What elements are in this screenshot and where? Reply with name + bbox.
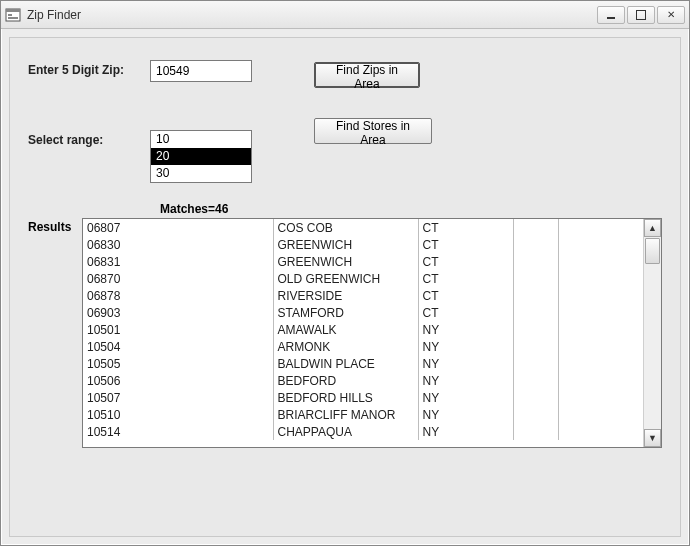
table-row[interactable]: 10507BEDFORD HILLSNY <box>83 389 643 406</box>
window: Zip Finder Enter 5 Digit Zip: Find Zips … <box>0 0 690 546</box>
table-cell <box>558 304 643 321</box>
table-row[interactable]: 06903STAMFORDCT <box>83 304 643 321</box>
table-cell: CT <box>418 304 513 321</box>
results-label: Results <box>28 220 71 234</box>
table-row[interactable]: 10514CHAPPAQUANY <box>83 423 643 440</box>
table-cell: 06831 <box>83 253 273 270</box>
range-option[interactable]: 30 <box>151 165 251 182</box>
window-title: Zip Finder <box>27 8 595 22</box>
table-cell <box>558 219 643 236</box>
table-row[interactable]: 10505BALDWIN PLACENY <box>83 355 643 372</box>
table-cell: 10510 <box>83 406 273 423</box>
table-cell: ARMONK <box>273 338 418 355</box>
table-row[interactable]: 10501AMAWALKNY <box>83 321 643 338</box>
svg-rect-2 <box>8 14 12 16</box>
scroll-thumb[interactable] <box>645 238 660 264</box>
close-button[interactable] <box>657 6 685 24</box>
table-row[interactable]: 10506BEDFORDNY <box>83 372 643 389</box>
table-cell <box>513 355 558 372</box>
table-cell: CT <box>418 270 513 287</box>
table-cell <box>558 287 643 304</box>
table-row[interactable]: 06830GREENWICHCT <box>83 236 643 253</box>
table-cell <box>513 406 558 423</box>
table-cell: STAMFORD <box>273 304 418 321</box>
maximize-button[interactable] <box>627 6 655 24</box>
table-cell: 06870 <box>83 270 273 287</box>
table-cell: 06807 <box>83 219 273 236</box>
table-cell: BALDWIN PLACE <box>273 355 418 372</box>
table-cell <box>558 338 643 355</box>
table-cell <box>558 372 643 389</box>
table-cell <box>513 372 558 389</box>
table-cell: NY <box>418 338 513 355</box>
table-cell <box>513 236 558 253</box>
table-cell: BEDFORD HILLS <box>273 389 418 406</box>
table-cell: 10505 <box>83 355 273 372</box>
table-row[interactable]: 06807COS COBCT <box>83 219 643 236</box>
table-cell: 10506 <box>83 372 273 389</box>
table-row[interactable]: 10504ARMONKNY <box>83 338 643 355</box>
app-icon <box>5 7 21 23</box>
table-cell: CT <box>418 287 513 304</box>
table-cell: NY <box>418 406 513 423</box>
table-cell: 10504 <box>83 338 273 355</box>
table-cell <box>513 287 558 304</box>
table-cell: BRIARCLIFF MANOR <box>273 406 418 423</box>
table-cell <box>513 304 558 321</box>
scroll-down-button[interactable]: ▼ <box>644 429 661 447</box>
matches-label: Matches=46 <box>160 202 228 216</box>
minimize-button[interactable] <box>597 6 625 24</box>
zip-input[interactable] <box>150 60 252 82</box>
table-cell: COS COB <box>273 219 418 236</box>
table-cell: 06878 <box>83 287 273 304</box>
table-row[interactable]: 10510BRIARCLIFF MANORNY <box>83 406 643 423</box>
table-cell: 10501 <box>83 321 273 338</box>
table-cell: OLD GREENWICH <box>273 270 418 287</box>
range-listbox[interactable]: 102030 <box>150 130 252 183</box>
titlebar: Zip Finder <box>1 1 689 29</box>
table-cell: CT <box>418 219 513 236</box>
range-option[interactable]: 20 <box>151 148 251 165</box>
range-label: Select range: <box>28 130 150 147</box>
table-cell: 06830 <box>83 236 273 253</box>
table-cell: GREENWICH <box>273 236 418 253</box>
table-row[interactable]: 06831GREENWICHCT <box>83 253 643 270</box>
results-grid-body[interactable]: 06807COS COBCT06830GREENWICHCT06831GREEN… <box>83 219 643 447</box>
table-cell: 10507 <box>83 389 273 406</box>
table-cell <box>558 355 643 372</box>
results-grid: 06807COS COBCT06830GREENWICHCT06831GREEN… <box>82 218 662 448</box>
table-cell: 06903 <box>83 304 273 321</box>
scroll-up-button[interactable]: ▲ <box>644 219 661 237</box>
table-row[interactable]: 06878RIVERSIDECT <box>83 287 643 304</box>
table-cell <box>513 253 558 270</box>
table-cell: NY <box>418 372 513 389</box>
table-cell: BEDFORD <box>273 372 418 389</box>
range-option[interactable]: 10 <box>151 131 251 148</box>
table-cell <box>513 389 558 406</box>
table-cell: NY <box>418 423 513 440</box>
svg-rect-1 <box>6 9 20 12</box>
table-cell <box>558 236 643 253</box>
table-cell <box>513 338 558 355</box>
table-cell: RIVERSIDE <box>273 287 418 304</box>
table-cell: CHAPPAQUA <box>273 423 418 440</box>
table-cell <box>513 270 558 287</box>
table-cell <box>558 406 643 423</box>
find-stores-button[interactable]: Find Stores in Area <box>314 118 432 144</box>
table-cell: NY <box>418 355 513 372</box>
table-cell: NY <box>418 321 513 338</box>
table-cell <box>558 321 643 338</box>
table-cell: NY <box>418 389 513 406</box>
table-cell <box>558 270 643 287</box>
table-cell <box>558 389 643 406</box>
svg-rect-3 <box>8 17 18 19</box>
table-cell <box>513 219 558 236</box>
table-row[interactable]: 06870OLD GREENWICHCT <box>83 270 643 287</box>
find-zips-button[interactable]: Find Zips in Area <box>314 62 420 88</box>
client-area: Enter 5 Digit Zip: Find Zips in Area Fin… <box>9 37 681 537</box>
table-cell <box>558 253 643 270</box>
table-cell <box>558 423 643 440</box>
vertical-scrollbar[interactable]: ▲ ▼ <box>643 219 661 447</box>
table-cell: CT <box>418 236 513 253</box>
table-cell: AMAWALK <box>273 321 418 338</box>
